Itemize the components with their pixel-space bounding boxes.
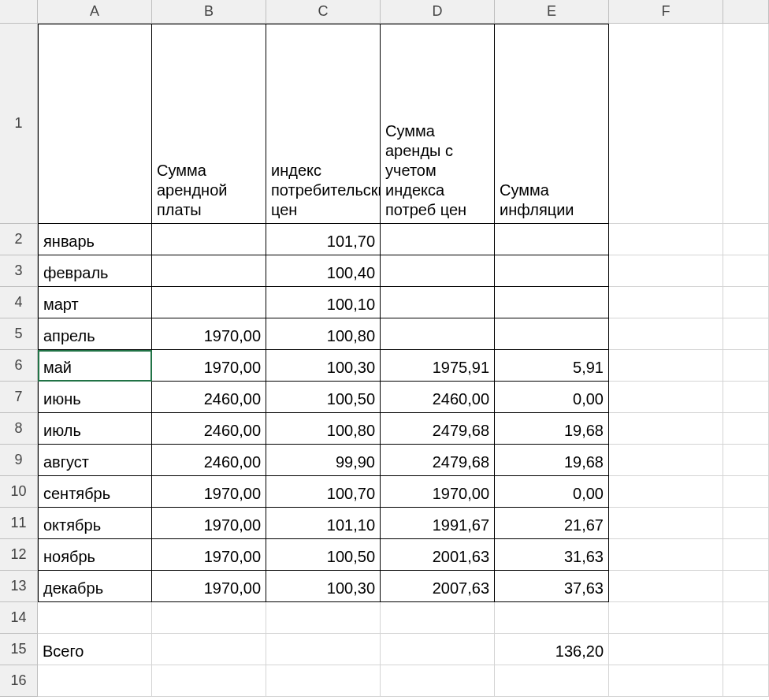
cell-D11[interactable]: 1991,67 [381, 508, 495, 539]
cell-A6[interactable]: май [38, 350, 152, 382]
cell-E5[interactable] [495, 318, 609, 350]
cell-F7[interactable] [609, 382, 723, 413]
cell-E12[interactable]: 31,63 [495, 539, 609, 571]
cell-F10[interactable] [609, 476, 723, 508]
cell-E8[interactable]: 19,68 [495, 413, 609, 445]
cell-D9[interactable]: 2479,68 [381, 445, 495, 476]
row-header-7[interactable]: 7 [0, 382, 38, 413]
cell-C3[interactable]: 100,40 [266, 255, 381, 287]
cell-B14[interactable] [152, 602, 266, 634]
cell-A15[interactable]: Всего [38, 634, 152, 665]
cell-A9[interactable]: август [38, 445, 152, 476]
cell-B3[interactable] [152, 255, 266, 287]
cell-E11[interactable]: 21,67 [495, 508, 609, 539]
row-header-10[interactable]: 10 [0, 476, 38, 508]
col-header-A[interactable]: A [38, 0, 152, 24]
cell-E7[interactable]: 0,00 [495, 382, 609, 413]
cell-D16[interactable] [381, 665, 495, 697]
cell-F11[interactable] [609, 508, 723, 539]
row-header-3[interactable]: 3 [0, 255, 38, 287]
cell-B8[interactable]: 2460,00 [152, 413, 266, 445]
cell-B11[interactable]: 1970,00 [152, 508, 266, 539]
cell-F15[interactable] [609, 634, 723, 665]
row-header-12[interactable]: 12 [0, 539, 38, 571]
cell-B13[interactable]: 1970,00 [152, 571, 266, 602]
cell-E14[interactable] [495, 602, 609, 634]
cell-A12[interactable]: ноябрь [38, 539, 152, 571]
cell-A7[interactable]: июнь [38, 382, 152, 413]
cell-C2[interactable]: 101,70 [266, 224, 381, 255]
cell-A5[interactable]: апрель [38, 318, 152, 350]
cell-E10[interactable]: 0,00 [495, 476, 609, 508]
cell-B6[interactable]: 1970,00 [152, 350, 266, 382]
cell-F8[interactable] [609, 413, 723, 445]
row-header-6[interactable]: 6 [0, 350, 38, 382]
cell-C7[interactable]: 100,50 [266, 382, 381, 413]
cell-D13[interactable]: 2007,63 [381, 571, 495, 602]
cell-F14[interactable] [609, 602, 723, 634]
cell-A10[interactable]: сентябрь [38, 476, 152, 508]
cell-E13[interactable]: 37,63 [495, 571, 609, 602]
cell-F4[interactable] [609, 287, 723, 318]
cell-A4[interactable]: март [38, 287, 152, 318]
cell-B4[interactable] [152, 287, 266, 318]
cell-C9[interactable]: 99,90 [266, 445, 381, 476]
cell-D2[interactable] [381, 224, 495, 255]
cell-F16[interactable] [609, 665, 723, 697]
cell-F6[interactable] [609, 350, 723, 382]
col-header-F[interactable]: F [609, 0, 723, 24]
row-header-13[interactable]: 13 [0, 571, 38, 602]
cell-C8[interactable]: 100,80 [266, 413, 381, 445]
cell-D14[interactable] [381, 602, 495, 634]
cell-F9[interactable] [609, 445, 723, 476]
cell-D15[interactable] [381, 634, 495, 665]
row-header-16[interactable]: 16 [0, 665, 38, 697]
cell-B9[interactable]: 2460,00 [152, 445, 266, 476]
cell-A8[interactable]: июль [38, 413, 152, 445]
cell-F1[interactable] [609, 24, 723, 224]
cell-A3[interactable]: февраль [38, 255, 152, 287]
cell-C13[interactable]: 100,30 [266, 571, 381, 602]
cell-B10[interactable]: 1970,00 [152, 476, 266, 508]
cell-E2[interactable] [495, 224, 609, 255]
cell-A14[interactable] [38, 602, 152, 634]
cell-C4[interactable]: 100,10 [266, 287, 381, 318]
cell-D4[interactable] [381, 287, 495, 318]
cell-B12[interactable]: 1970,00 [152, 539, 266, 571]
row-header-5[interactable]: 5 [0, 318, 38, 350]
row-header-9[interactable]: 9 [0, 445, 38, 476]
cell-B5[interactable]: 1970,00 [152, 318, 266, 350]
cell-B15[interactable] [152, 634, 266, 665]
cell-D1[interactable]: Сумма аренды с учетом индекса потреб цен [381, 24, 495, 224]
col-header-E[interactable]: E [495, 0, 609, 24]
row-header-8[interactable]: 8 [0, 413, 38, 445]
cell-B1[interactable]: Сумма арендной платы [152, 24, 266, 224]
cell-B16[interactable] [152, 665, 266, 697]
cell-E6[interactable]: 5,91 [495, 350, 609, 382]
cell-E15[interactable]: 136,20 [495, 634, 609, 665]
col-header-C[interactable]: C [266, 0, 381, 24]
cell-C12[interactable]: 100,50 [266, 539, 381, 571]
row-header-14[interactable]: 14 [0, 602, 38, 634]
select-all-corner[interactable] [0, 0, 38, 24]
cell-F12[interactable] [609, 539, 723, 571]
cell-E4[interactable] [495, 287, 609, 318]
row-header-2[interactable]: 2 [0, 224, 38, 255]
cell-D3[interactable] [381, 255, 495, 287]
cell-E16[interactable] [495, 665, 609, 697]
cell-C15[interactable] [266, 634, 381, 665]
cell-D8[interactable]: 2479,68 [381, 413, 495, 445]
cell-D6[interactable]: 1975,91 [381, 350, 495, 382]
cell-B2[interactable] [152, 224, 266, 255]
col-header-D[interactable]: D [381, 0, 495, 24]
col-header-B[interactable]: B [152, 0, 266, 24]
cell-F2[interactable] [609, 224, 723, 255]
cell-C1[interactable]: индекс потребительских цен [266, 24, 381, 224]
cell-A11[interactable]: октябрь [38, 508, 152, 539]
row-header-11[interactable]: 11 [0, 508, 38, 539]
cell-C14[interactable] [266, 602, 381, 634]
cell-C10[interactable]: 100,70 [266, 476, 381, 508]
cell-D7[interactable]: 2460,00 [381, 382, 495, 413]
cell-A2[interactable]: январь [38, 224, 152, 255]
cell-E3[interactable] [495, 255, 609, 287]
